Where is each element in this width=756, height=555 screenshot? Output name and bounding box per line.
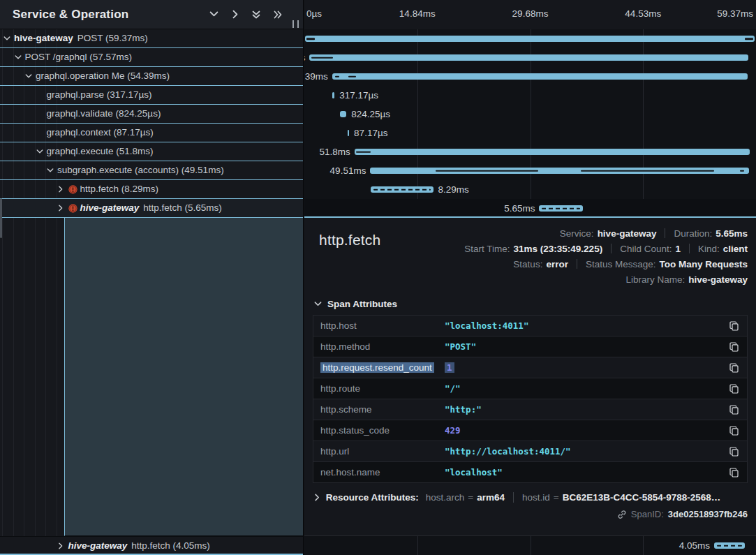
span-label: POST (59.37ms) — [77, 33, 148, 43]
duration-label: 87.17µs — [349, 124, 387, 142]
duration-label: 317.17µs — [334, 86, 378, 105]
tree-row[interactable]: hive-gatewayhttp.fetch (5.65ms) — [0, 199, 303, 218]
duration-label: 57.57ms — [304, 48, 309, 67]
indent-spacer — [36, 86, 47, 104]
attribute-value: 429 — [445, 425, 461, 436]
attribute-key: http.method — [320, 341, 445, 352]
metadata-value: 5.65ms — [716, 228, 748, 239]
metadata-value: 1 — [675, 244, 681, 254]
metadata-line: Status:errorStatus Message:Too Many Requ… — [457, 257, 748, 272]
span-duration-bar[interactable] — [714, 542, 745, 549]
attribute-row: http.request.resend_count1 — [313, 357, 747, 378]
tree-row[interactable]: graphql.execute (51.8ms) — [0, 142, 303, 161]
tree-scrollbar-thumb[interactable] — [0, 198, 2, 238]
span-duration-bar[interactable] — [332, 73, 748, 80]
tree-row[interactable]: graphql.operation Me (54.39ms) — [0, 67, 303, 86]
span-duration-bar[interactable] — [340, 111, 346, 117]
duration-label: 4.05ms — [679, 536, 714, 555]
panel-resize-handle[interactable] — [292, 20, 299, 28]
tree-row[interactable]: hive-gatewayhttp.fetch (4.05ms) — [0, 537, 303, 555]
copy-icon[interactable] — [728, 404, 740, 416]
chevron-right-icon[interactable] — [58, 180, 68, 198]
timeline-row: 87.17µs — [305, 124, 755, 142]
chevron-right-icon[interactable] — [58, 537, 68, 555]
timeline-rows: 57.57ms54.39ms317.17µs824.25µs87.17µs51.… — [305, 29, 755, 218]
chevron-down-icon[interactable] — [47, 161, 57, 179]
attribute-key: net.host.name — [320, 467, 445, 478]
duration-label: 51.8ms — [320, 142, 355, 161]
span-label: graphql.operation Me (54.39ms) — [36, 71, 170, 81]
tree-row[interactable]: http.fetch (8.29ms) — [0, 180, 303, 199]
metadata-label: Start Time: — [464, 244, 510, 254]
divider — [577, 259, 577, 269]
copy-icon[interactable] — [728, 466, 740, 479]
resource-key: host.arch — [426, 492, 465, 503]
tree-row[interactable]: subgraph.execute (accounts) (49.51ms) — [0, 161, 303, 180]
selected-span-detail-area — [64, 218, 304, 536]
copy-icon[interactable] — [728, 445, 740, 458]
chevron-down-icon[interactable] — [3, 29, 14, 47]
timeline-row: 4.05ms — [305, 536, 755, 555]
resource-value: arm64 — [477, 492, 505, 503]
child-span-marker — [356, 151, 371, 153]
link-icon[interactable] — [617, 510, 627, 519]
resource-attributes-row[interactable]: Resource Attributes: host.arch=arm64host… — [314, 492, 748, 503]
metadata-line: Service:hive-gatewayDuration:5.65ms — [457, 226, 748, 242]
tree-row[interactable]: graphql.parse (317.17µs) — [0, 86, 303, 105]
timeline-row — [305, 29, 755, 48]
span-label: graphql.context (87.17µs) — [47, 127, 154, 138]
span-tree-panel: Service & Operation hive-gatewayPOST (59… — [0, 0, 304, 555]
metadata-line: Library Name:hive-gateway — [457, 272, 748, 288]
metadata-label: Duration: — [674, 228, 712, 239]
axis-tick-label: 0µs — [306, 8, 322, 19]
span-duration-bar[interactable] — [371, 186, 433, 193]
tree-row[interactable]: POST /graphql (57.57ms) — [0, 48, 303, 67]
double-chevron-down-icon[interactable] — [251, 9, 262, 20]
divider — [689, 244, 690, 253]
timeline-row: 317.17µs — [305, 86, 755, 105]
tree-row[interactable]: graphql.context (87.17µs) — [0, 124, 303, 142]
attribute-row: http.host"localhost:4011" — [313, 316, 747, 336]
attribute-value: "POST" — [445, 341, 476, 352]
resource-attributes-values: host.arch=arm64host.id=BC62E13B-C4CC-585… — [426, 492, 721, 503]
chevron-right-icon[interactable] — [230, 8, 240, 20]
span-attributes-header[interactable]: Span Attributes — [314, 299, 748, 309]
timeline-row-bottom: 4.05ms — [305, 536, 755, 555]
chevron-down-icon[interactable] — [15, 48, 25, 66]
chevron-down-icon[interactable] — [208, 9, 220, 19]
trace-viewer: Service & Operation hive-gatewayPOST (59… — [0, 0, 756, 555]
metadata-label: Kind: — [698, 244, 720, 254]
span-id-label: SpanID: — [631, 509, 664, 519]
attribute-row: http.scheme"http:" — [313, 399, 747, 420]
span-duration-bar[interactable] — [355, 149, 750, 155]
chevron-down-icon[interactable] — [36, 142, 47, 161]
tree-header: Service & Operation — [0, 0, 303, 29]
tree-row[interactable]: graphql.validate (824.25µs) — [0, 105, 303, 124]
double-chevron-right-icon[interactable] — [272, 9, 283, 20]
indent-spacer — [36, 124, 47, 142]
attribute-row: net.host.name"localhost" — [313, 462, 747, 482]
copy-icon[interactable] — [728, 424, 740, 437]
copy-icon[interactable] — [728, 362, 740, 374]
attribute-value: "localhost" — [445, 467, 503, 478]
duration-label: 54.39ms — [304, 67, 332, 86]
child-span-marker — [311, 57, 333, 59]
copy-icon[interactable] — [728, 383, 740, 395]
metadata-label: Service: — [560, 228, 594, 239]
equals-sign: = — [468, 492, 473, 503]
metadata-value: Too Many Requests — [659, 259, 748, 269]
equals-sign: = — [554, 492, 559, 503]
tree-row[interactable]: hive-gatewayPOST (59.37ms) — [0, 29, 303, 48]
copy-icon[interactable] — [728, 320, 740, 332]
attribute-value: "http:" — [445, 404, 482, 415]
span-duration-bar[interactable] — [309, 54, 748, 61]
span-duration-bar[interactable] — [305, 36, 755, 42]
chevron-right-icon — [314, 494, 320, 501]
span-duration-bar[interactable] — [539, 205, 582, 212]
chevron-down-icon[interactable] — [25, 67, 36, 85]
chevron-right-icon[interactable] — [58, 199, 68, 217]
axis-tick-label: 14.84ms — [399, 8, 436, 19]
tree-row-bottom[interactable]: hive-gatewayhttp.fetch (4.05ms) — [0, 536, 303, 555]
copy-icon[interactable] — [728, 341, 740, 353]
metadata-label: Status Message: — [586, 259, 656, 269]
